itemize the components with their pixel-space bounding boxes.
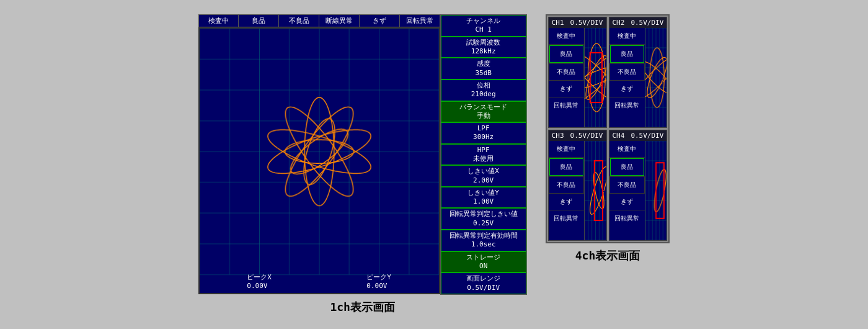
ch4-content: 検査中 良品 不良品 きず 回転異常	[609, 141, 667, 240]
ch4-status-rotation: 回転異常	[609, 210, 645, 227]
ch1-id: CH1	[552, 19, 564, 27]
settings-panel: チャンネルCH 1 試験周波数128kHz 感度35dB 位相210deg バラ…	[440, 14, 527, 295]
ch3-status-col: 検査中 良品 不良品 きず 回転異常	[549, 141, 585, 240]
ch2-canvas	[645, 28, 667, 127]
ch3-header: CH3 0.5V/DIV	[549, 130, 606, 141]
setting-rotation-threshold: 回転異常判定しきい値0.25V	[441, 208, 526, 230]
setting-rotation-time: 回転異常判定有効時間1.0sec	[441, 230, 526, 251]
ch2-status-good: 良品	[610, 45, 644, 63]
status-bar: 検査中 良品 不良品 断線異常 きず 回転異常	[198, 14, 440, 27]
ch1-panel: CH1 0.5V/DIV 検査中 良品 不良品 きず 回転異常	[548, 17, 607, 128]
setting-phase: 位相210deg	[441, 79, 526, 101]
oscilloscope-1ch: ピークX0.00V ピークY0.00V	[198, 27, 440, 294]
ch4-canvas	[645, 141, 667, 240]
ch1-header: CH1 0.5V/DIV	[549, 17, 606, 28]
ch3-content: 検査中 良品 不良品 きず 回転異常	[549, 141, 606, 240]
status-defect: 不良品	[279, 15, 319, 27]
ch2-status-defect: 不良品	[609, 63, 645, 81]
ch1-status-inspecting: 検査中	[549, 28, 584, 45]
ch3-status-scratch: きず	[549, 194, 584, 210]
ch1-content: 検査中 良品 不良品 きず 回転異常	[549, 28, 606, 127]
ch4-id: CH4	[613, 132, 625, 140]
osc-peak-labels: ピークX0.00V ピークY0.00V	[200, 273, 439, 290]
setting-lpf: LPF300Hz	[441, 122, 526, 144]
ch3-osc	[585, 141, 606, 240]
osc-canvas-1ch	[200, 29, 439, 293]
ch4-osc	[645, 141, 667, 240]
ch2-id: CH2	[613, 19, 625, 27]
ch3-status-inspecting: 検査中	[549, 141, 584, 158]
ch2-status-rotation: 回転異常	[609, 97, 645, 114]
ch4-status-good: 良品	[610, 158, 644, 176]
status-break: 断線異常	[319, 15, 360, 27]
ch3-status-rotation: 回転異常	[549, 210, 584, 227]
peak-y-label: ピークY0.00V	[366, 273, 391, 290]
setting-balance-mode: バランスモード手動	[441, 101, 526, 123]
ch4-header: CH4 0.5V/DIV	[609, 130, 667, 141]
ch4-scale: 0.5V/DIV	[631, 132, 663, 140]
status-good: 良品	[239, 15, 279, 27]
setting-channel: チャンネルCH 1	[441, 15, 526, 37]
ch1-canvas	[585, 28, 606, 127]
ch2-scale: 0.5V/DIV	[631, 19, 663, 27]
ch2-osc	[645, 28, 667, 127]
ch4-status-scratch: きず	[609, 194, 645, 210]
setting-sensitivity: 感度35dB	[441, 58, 526, 79]
panel-1ch-title: 1ch表示画面	[330, 300, 395, 315]
ch1-status-defect: 不良品	[549, 63, 584, 81]
ch3-status-good: 良品	[549, 158, 583, 176]
ch2-status-inspecting: 検査中	[609, 28, 645, 45]
ch2-content: 検査中 良品 不良品 きず 回転異常	[609, 28, 667, 127]
ch2-status-col: 検査中 良品 不良品 きず 回転異常	[609, 28, 645, 127]
setting-hpf: HPF未使用	[441, 144, 526, 166]
status-rotation: 回転異常	[400, 15, 440, 27]
ch3-canvas	[585, 141, 606, 240]
ch3-id: CH3	[552, 132, 564, 140]
setting-storage: ストレージON	[441, 251, 526, 273]
ch4-panel: CH4 0.5V/DIV 検査中 良品 不良品 きず 回転異常	[609, 130, 668, 241]
setting-range: 画面レンジ0.5V/DIV	[441, 273, 526, 294]
ch3-scale: 0.5V/DIV	[570, 132, 603, 140]
ch2-header: CH2 0.5V/DIV	[609, 17, 667, 28]
setting-threshold-y: しきい値Y1.00V	[441, 187, 526, 209]
panel-4ch: CH1 0.5V/DIV 検査中 良品 不良品 きず 回転異常	[546, 14, 670, 263]
panel-4ch-title: 4ch表示画面	[575, 248, 640, 263]
setting-freq: 試験周波数128kHz	[441, 37, 526, 58]
main-container: 検査中 良品 不良品 断線異常 きず 回転異常 ピークX0.00V ピークY0.…	[186, 8, 683, 321]
ch1-scale: 0.5V/DIV	[570, 19, 603, 27]
setting-threshold-x: しきい値X2.00V	[441, 165, 526, 187]
ch3-panel: CH3 0.5V/DIV 検査中 良品 不良品 きず 回転異常	[548, 130, 607, 241]
status-inspecting: 検査中	[199, 15, 239, 27]
status-scratch: きず	[360, 15, 400, 27]
ch3-status-defect: 不良品	[549, 176, 584, 194]
panel-1ch: 検査中 良品 不良品 断線異常 きず 回転異常 ピークX0.00V ピークY0.…	[198, 14, 527, 315]
ch4-status-inspecting: 検査中	[609, 141, 645, 158]
ch2-status-scratch: きず	[609, 81, 645, 97]
ch1-status-rotation: 回転異常	[549, 97, 584, 114]
ch4-status-col: 検査中 良品 不良品 きず 回転異常	[609, 141, 645, 240]
peak-x-label: ピークX0.00V	[247, 273, 272, 290]
ch1-status-scratch: きず	[549, 81, 584, 97]
ch1-osc	[585, 28, 606, 127]
ch4-status-defect: 不良品	[609, 176, 645, 194]
ch2-panel: CH2 0.5V/DIV 検査中 良品 不良品 きず 回転異常	[609, 17, 668, 128]
ch1-status-good: 良品	[549, 45, 583, 63]
ch1-status-col: 検査中 良品 不良品 きず 回転異常	[549, 28, 585, 127]
